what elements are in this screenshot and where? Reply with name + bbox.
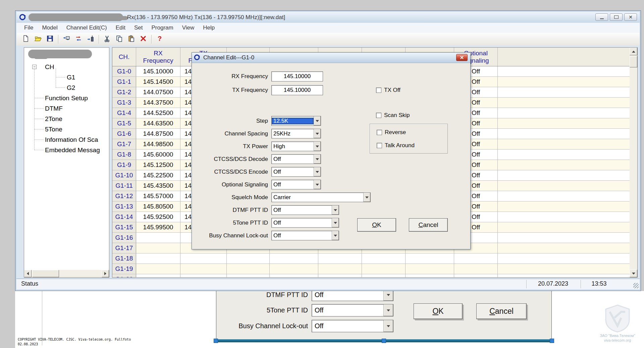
fragment-cancel-button[interactable]: Cancel <box>476 303 527 319</box>
tree-item-2tone[interactable]: 2Tone <box>45 114 62 124</box>
dropdown-button[interactable] <box>314 155 321 164</box>
checkbox-box <box>376 113 381 118</box>
selection-handle[interactable] <box>550 339 554 343</box>
tree-item-embedded-messag[interactable]: Embedded Messag <box>45 145 100 155</box>
data-cell <box>498 160 630 170</box>
copy-button[interactable] <box>113 34 125 44</box>
dropdown-button[interactable] <box>383 304 393 316</box>
squelch-mode-dropdown[interactable]: Carrier <box>271 192 371 202</box>
dropdown-button[interactable] <box>363 193 370 202</box>
data-cell: 145.60000 <box>136 150 180 160</box>
scroll-thumb[interactable] <box>630 56 637 67</box>
open-file-button[interactable] <box>32 34 44 44</box>
menu-item-program[interactable]: Program <box>147 23 178 33</box>
dropdown-button[interactable] <box>332 206 339 215</box>
selection-handle[interactable] <box>214 339 218 343</box>
tree-expander-minus[interactable]: − <box>32 65 37 69</box>
help-button[interactable]: ? <box>154 34 165 44</box>
data-cell <box>498 253 630 264</box>
tree-item-5tone[interactable]: 5Tone <box>45 124 62 134</box>
dropdown-button[interactable] <box>314 116 321 125</box>
tx-frequency-input[interactable]: 145.10000 <box>271 85 323 95</box>
selection-handle[interactable] <box>382 339 386 343</box>
channel-cell: G1-8 <box>112 150 136 160</box>
step-dropdown[interactable]: 12.5K <box>271 116 321 126</box>
tx-power-dropdown[interactable]: High <box>271 141 321 151</box>
menu-item-channel-edit-c-[interactable]: Channel Edit(C) <box>62 23 111 33</box>
dropdown-button[interactable] <box>332 218 339 227</box>
data-cell: 144.07500 <box>136 87 180 97</box>
paste-button[interactable] <box>125 34 137 44</box>
reverse-checkbox[interactable]: Reverse <box>377 129 406 136</box>
dropdown-button[interactable] <box>314 167 321 176</box>
cancel-button[interactable]: Cancel <box>409 218 448 232</box>
scroll-left-button[interactable] <box>24 270 32 277</box>
tx-power-value: High <box>272 143 314 150</box>
tree-item-information-of-sca[interactable]: Information Of Sca <box>45 134 98 145</box>
dropdown-button[interactable] <box>383 320 393 332</box>
tree-item-g1[interactable]: G1 <box>67 72 75 82</box>
menu-item-model[interactable]: Model <box>38 23 62 33</box>
minimize-button[interactable] <box>595 13 608 21</box>
close-button[interactable]: ✕ <box>624 13 637 21</box>
table-row-g1-19[interactable]: G1-19 <box>112 264 630 274</box>
ctcss-dcs-encode-dropdown[interactable]: Off <box>271 167 321 177</box>
transfer-data-button[interactable] <box>73 34 84 44</box>
chevron-down-icon <box>387 294 390 296</box>
ctcss-dcs-decode-dropdown[interactable]: Off <box>271 154 321 164</box>
dialog-close-button[interactable]: ✕ <box>456 54 468 61</box>
5tone-ptt-id-dropdown[interactable]: Off <box>271 218 339 228</box>
write-data-button[interactable] <box>85 34 96 44</box>
dropdown-button[interactable] <box>332 231 339 240</box>
tree-item-function-setup[interactable]: Function Setup <box>45 93 88 103</box>
table-row-g1-20[interactable]: G1-20 <box>112 274 630 277</box>
table-row-g1-18[interactable]: G1-18 <box>112 253 630 264</box>
data-cell <box>498 243 630 253</box>
talk-around-checkbox[interactable]: Talk Around <box>377 142 415 149</box>
ok-button[interactable]: OK <box>357 218 396 232</box>
tree-item-g2[interactable]: G2 <box>67 82 75 93</box>
maximize-button[interactable] <box>610 13 623 21</box>
menu-item-help[interactable]: Help <box>199 23 219 33</box>
fragment-ok-button[interactable]: OK <box>414 303 463 319</box>
5tone-ptt-id-dropdown[interactable]: Off <box>312 304 393 316</box>
read-data-button[interactable] <box>61 34 72 44</box>
busy-channel-lock-out-dropdown[interactable]: Off <box>312 320 393 332</box>
dtmf-ptt-id-dropdown[interactable]: Off <box>271 205 339 215</box>
busy-channel-lock-out-dropdown[interactable]: Off <box>271 231 339 240</box>
menu-item-set[interactable]: Set <box>130 23 147 33</box>
table-vscrollbar[interactable] <box>630 48 637 277</box>
scroll-down-button[interactable] <box>630 270 637 277</box>
chevron-down-icon <box>334 209 337 211</box>
tx-off-checkbox[interactable]: TX Off <box>376 87 400 94</box>
delete-button[interactable] <box>138 34 149 44</box>
save-file-button[interactable] <box>44 34 56 44</box>
scroll-right-button[interactable] <box>102 270 109 277</box>
scan-skip-checkbox[interactable]: Scan Skip <box>376 112 410 119</box>
dropdown-button[interactable] <box>314 180 321 189</box>
dropdown-button[interactable] <box>314 142 321 151</box>
cut-button[interactable] <box>101 34 113 44</box>
channel-spacing-dropdown[interactable]: 25KHz <box>271 129 321 138</box>
data-cell: 145.12500 <box>136 160 180 170</box>
transfer-data-icon <box>75 35 82 44</box>
cut-icon <box>103 35 111 44</box>
new-file-button[interactable] <box>20 34 32 44</box>
save-file-icon <box>46 35 54 44</box>
resize-grip[interactable] <box>633 283 639 288</box>
tree-connector <box>34 150 44 150</box>
dialog-title-bar[interactable]: Channel Edit---G1-0 ✕ <box>192 53 470 63</box>
tree-item-dtmf[interactable]: DTMF <box>45 103 63 114</box>
data-cell <box>498 77 630 87</box>
rx-frequency-input[interactable]: 145.10000 <box>271 71 323 81</box>
menu-item-file[interactable]: File <box>20 23 38 33</box>
menu-item-edit[interactable]: Edit <box>111 23 130 33</box>
tree-hscrollbar[interactable] <box>24 270 109 277</box>
dropdown-button[interactable] <box>314 129 321 138</box>
scroll-up-button[interactable] <box>630 48 637 55</box>
optional-signaling-dropdown[interactable]: Off <box>271 180 321 189</box>
scroll-thumb[interactable] <box>32 270 59 277</box>
title-bar[interactable]: Rx(136 - 173.99750 MHz) Tx(136 - 173.997… <box>16 12 640 23</box>
menu-item-view[interactable]: View <box>178 23 199 33</box>
tree-item-ch[interactable]: CH <box>45 62 54 72</box>
